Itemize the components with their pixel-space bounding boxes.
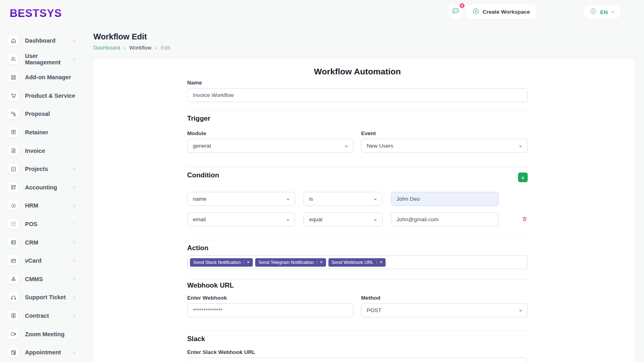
sidebar-item-invoice[interactable]: Invoice bbox=[0, 146, 83, 156]
action-tags-input[interactable]: Send Slack Notification×Send Telegram No… bbox=[187, 255, 528, 269]
target-icon bbox=[8, 200, 19, 211]
condition-row: nameis bbox=[187, 192, 528, 206]
remove-tag-button[interactable]: × bbox=[320, 260, 323, 265]
sidebar-item-label: Retainer bbox=[25, 129, 83, 136]
module-label: Module bbox=[187, 130, 353, 137]
language-selector[interactable]: EN bbox=[584, 5, 620, 19]
chevron-down-icon bbox=[373, 197, 378, 202]
globe-icon bbox=[589, 7, 597, 17]
chevron-right-icon bbox=[72, 351, 76, 354]
sidebar-item-label: Product & Service bbox=[25, 93, 83, 99]
sidebar-item-cmms[interactable]: CMMS bbox=[0, 274, 83, 284]
condition-operator-select-value: is bbox=[309, 196, 313, 202]
sidebar-item-retainer[interactable]: Retainer bbox=[0, 127, 83, 138]
chevron-right-icon bbox=[72, 277, 76, 281]
sidebar-item-zoom-meeting[interactable]: Zoom Meeting bbox=[0, 329, 83, 339]
sidebar-item-contract[interactable]: Contract bbox=[0, 311, 83, 321]
sidebar-item-proposal[interactable]: Proposal bbox=[0, 109, 83, 119]
page-title: Workflow Edit bbox=[93, 32, 170, 41]
sidebar-item-label: Appointment bbox=[25, 349, 72, 356]
webhook-url-input[interactable] bbox=[187, 303, 353, 317]
module-select-value: general bbox=[193, 143, 211, 149]
sidebar-item-label: HRM bbox=[25, 202, 72, 209]
name-label: Name bbox=[187, 79, 528, 86]
document-seal-icon bbox=[8, 311, 19, 321]
remove-tag-button[interactable]: × bbox=[380, 260, 382, 265]
chat-button[interactable]: 0 bbox=[448, 4, 463, 19]
slack-webhook-url-input[interactable] bbox=[187, 358, 528, 362]
plus-circle-icon bbox=[472, 8, 479, 16]
condition-value-input[interactable] bbox=[391, 212, 499, 226]
add-condition-button[interactable]: + bbox=[518, 173, 528, 182]
breadcrumb-item[interactable]: Workflow bbox=[129, 45, 151, 51]
language-code: EN bbox=[600, 9, 608, 15]
condition-rows: nameisemailequal bbox=[187, 192, 528, 226]
sidebar-item-label: User Management bbox=[25, 53, 72, 66]
enter-webhook-label: Enter Webhook bbox=[187, 294, 353, 301]
chevron-down-icon bbox=[373, 218, 378, 222]
sidebar-item-product-service[interactable]: Product & Service bbox=[0, 90, 83, 101]
method-label: Method bbox=[361, 294, 528, 301]
delete-condition-button[interactable] bbox=[522, 216, 528, 223]
condition-value-input[interactable] bbox=[391, 192, 499, 206]
swap-icon bbox=[8, 109, 19, 119]
sidebar-nav: DashboardUser ManagementAdd-on ManagerPr… bbox=[0, 35, 83, 362]
trigger-heading: Trigger bbox=[187, 114, 528, 123]
sidebar-item-pos[interactable]: POS bbox=[0, 219, 83, 229]
home-icon bbox=[8, 35, 19, 46]
sidebar-item-accounting[interactable]: Accounting bbox=[0, 182, 83, 193]
condition-operator-select[interactable]: equal bbox=[303, 212, 382, 226]
workflow-name-input[interactable] bbox=[187, 88, 528, 102]
sidebar-item-label: CRM bbox=[25, 239, 72, 246]
chevron-right-icon bbox=[72, 241, 76, 244]
sidebar-item-label: CMMS bbox=[25, 276, 72, 282]
sidebar-item-label: Add-on Manager bbox=[25, 74, 83, 80]
sidebar-item-hrm[interactable]: HRM bbox=[0, 200, 83, 211]
remove-tag-button[interactable]: × bbox=[247, 260, 250, 265]
action-heading: Action bbox=[187, 244, 528, 253]
action-tag: Send Slack Notification× bbox=[190, 258, 253, 267]
calendar-icon bbox=[8, 347, 19, 358]
module-select[interactable]: general bbox=[187, 139, 353, 153]
sidebar-item-support-ticket[interactable]: Support Ticket bbox=[0, 292, 83, 302]
credit-card-icon bbox=[8, 255, 19, 266]
action-tag-label: Send Webhook URL bbox=[332, 260, 374, 265]
sidebar-item-label: Accounting bbox=[25, 184, 72, 191]
sidebar-item-add-on-manager[interactable]: Add-on Manager bbox=[0, 72, 83, 82]
sidebar-item-dashboard[interactable]: Dashboard bbox=[0, 35, 83, 46]
create-workspace-label: Create Workspace bbox=[483, 9, 530, 15]
brand-logo[interactable]: BESTSYS bbox=[10, 7, 62, 20]
event-select[interactable]: New Users bbox=[361, 139, 528, 153]
chevron-right-icon bbox=[72, 167, 76, 171]
sidebar-item-projects[interactable]: Projects bbox=[0, 164, 83, 174]
check-square-icon bbox=[8, 164, 19, 174]
sidebar-item-user-management[interactable]: User Management bbox=[0, 54, 83, 64]
condition-row: emailequal bbox=[187, 212, 528, 226]
cart-icon bbox=[8, 90, 19, 101]
tag-divider bbox=[317, 260, 317, 265]
trash-icon bbox=[522, 216, 528, 223]
sidebar-item-appointment[interactable]: Appointment bbox=[0, 347, 83, 358]
chevron-down-icon bbox=[611, 8, 615, 16]
action-tag: Send Telegram Notification× bbox=[255, 258, 326, 267]
section-divider bbox=[187, 279, 528, 280]
section-divider bbox=[187, 167, 528, 167]
breadcrumb-item[interactable]: Dashboard bbox=[93, 45, 120, 51]
chevron-down-icon bbox=[518, 144, 523, 148]
chevron-right-icon bbox=[72, 39, 76, 43]
sidebar-item-crm[interactable]: CRM bbox=[0, 237, 83, 248]
event-label: Event bbox=[361, 130, 528, 137]
dots-grid-icon bbox=[8, 219, 19, 229]
condition-operator-select[interactable]: is bbox=[303, 192, 382, 206]
chat-icon bbox=[452, 7, 460, 16]
sidebar-item-label: Dashboard bbox=[25, 37, 72, 44]
save-icon bbox=[8, 127, 19, 138]
condition-field-select[interactable]: email bbox=[187, 212, 295, 226]
sidebar-item-vcard[interactable]: vCard bbox=[0, 255, 83, 266]
create-workspace-button[interactable]: Create Workspace bbox=[466, 4, 536, 19]
condition-field-select[interactable]: name bbox=[187, 192, 295, 206]
event-select-value: New Users bbox=[367, 143, 393, 149]
grid-icon bbox=[8, 72, 19, 82]
method-select[interactable]: POST bbox=[361, 303, 528, 317]
sidebar-item-label: Contract bbox=[25, 313, 72, 319]
